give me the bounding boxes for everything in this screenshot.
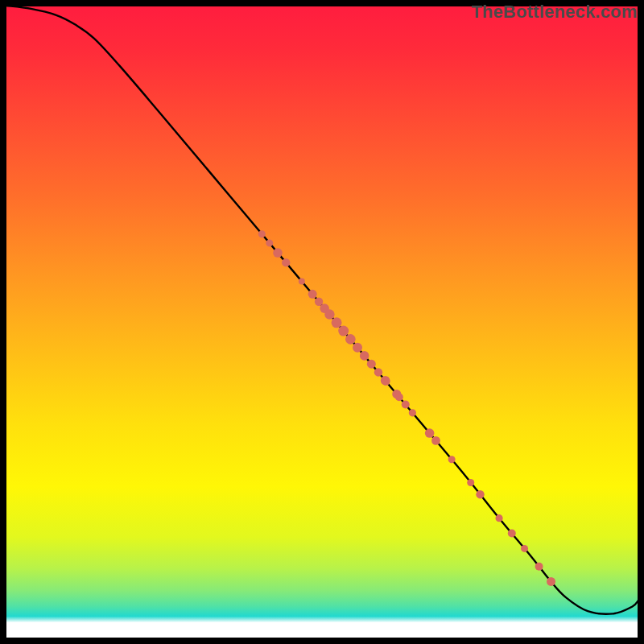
data-dot — [338, 326, 349, 336]
data-dot — [495, 514, 502, 522]
data-dot — [353, 343, 362, 353]
data-dot — [547, 577, 555, 586]
data-dot — [374, 368, 382, 376]
data-dot — [395, 393, 403, 401]
data-dot — [402, 401, 410, 409]
chart-svg — [0, 0, 644, 644]
data-dot — [282, 258, 290, 266]
data-dot — [409, 409, 416, 416]
data-dot — [448, 456, 456, 463]
chart-stage: TheBottleneck.com — [0, 0, 644, 644]
data-dot — [521, 545, 528, 552]
data-dot — [535, 563, 543, 571]
data-dot — [273, 248, 283, 258]
data-dot — [382, 377, 390, 385]
data-dot — [315, 298, 323, 306]
data-dot — [476, 490, 484, 498]
data-dot — [345, 334, 356, 345]
data-dot — [367, 360, 376, 369]
data-dot — [508, 530, 516, 538]
data-dot — [360, 351, 369, 361]
data-dot — [258, 230, 266, 237]
plot-bg — [6, 6, 638, 638]
plot-bottom-strip — [6, 622, 638, 638]
data-dot — [308, 290, 317, 299]
data-dot — [467, 479, 474, 486]
data-dot — [299, 279, 305, 285]
data-dot — [425, 428, 435, 438]
data-dot — [332, 317, 342, 328]
data-dot — [324, 309, 334, 319]
data-dot — [266, 239, 273, 246]
data-dot — [431, 436, 440, 445]
